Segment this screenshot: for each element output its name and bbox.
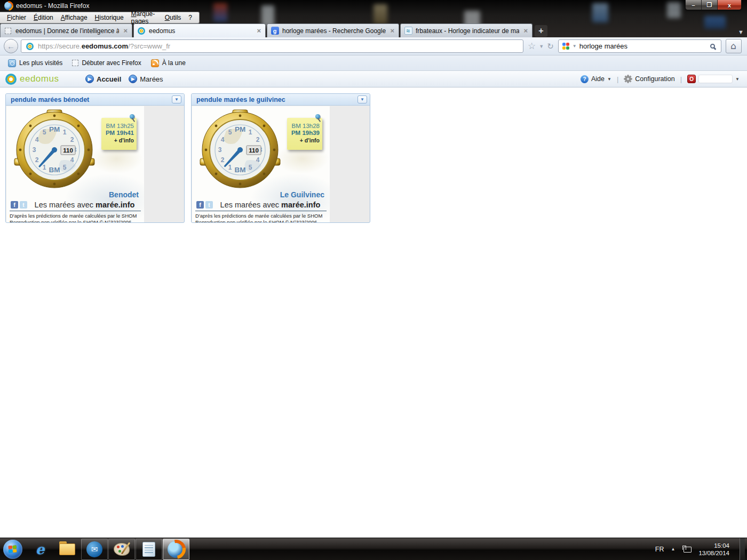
reload-icon[interactable]: ↻ [547, 42, 554, 51]
tide-coefficient: 110 [63, 147, 73, 154]
nav-accueil[interactable]: ▶ Accueil [85, 75, 121, 83]
tab-eedomus-active[interactable]: eedomus × [133, 23, 266, 37]
tray-expand-icon[interactable]: ▲ [671, 547, 676, 551]
placeholder-favicon-icon [4, 27, 12, 35]
taskbar-paint[interactable] [108, 539, 135, 560]
svg-text:1: 1 [43, 164, 46, 171]
tab-google-search[interactable]: g horloge marées - Recherche Google × [267, 23, 399, 37]
eedomus-logo[interactable]: eedomus [5, 74, 85, 85]
bookmark-getting-started[interactable]: Débuter avec Firefox [68, 58, 145, 68]
twitter-icon[interactable]: t [205, 201, 213, 209]
svg-text:5: 5 [43, 129, 46, 136]
taskbar-firefox[interactable] [163, 539, 189, 560]
tab-label: horloge marées - Recherche Google [282, 27, 386, 35]
tab-close-icon[interactable]: × [256, 27, 262, 35]
low-tide-time: BM 13h25 [101, 123, 134, 129]
back-button[interactable]: ← [4, 39, 18, 53]
configuration-button[interactable]: Configuration [624, 75, 674, 83]
menu-historique[interactable]: Historique [91, 13, 128, 22]
tide-coefficient: 110 [249, 147, 259, 154]
url-dropdown-icon[interactable]: ▼ [539, 44, 544, 49]
engine-dropdown-icon[interactable]: ▼ [573, 44, 577, 49]
twitter-icon[interactable]: t [20, 201, 27, 209]
widget-header[interactable]: pendule marées le guilvinec ▼ [192, 94, 370, 106]
bookmark-latest-headlines[interactable]: À la une [147, 58, 189, 69]
low-tide-time: BM 13h28 [287, 123, 320, 129]
place-name: Le Guilvinec [280, 190, 324, 199]
tab-close-icon[interactable]: × [522, 27, 529, 35]
home-button[interactable]: ⌂ [726, 39, 742, 53]
place-name: Benodet [109, 190, 139, 199]
widget-title: pendule marées bénodet [11, 96, 172, 103]
menu-fichier[interactable]: Fichier [3, 13, 30, 22]
google-favicon-icon: g [271, 27, 279, 35]
maree-info-caption[interactable]: Les marées avec marée.info [27, 201, 142, 209]
svg-text:2: 2 [70, 136, 74, 143]
svg-text:BM: BM [235, 166, 246, 174]
navigation-toolbar: ← https://secure.eedomus.com/?src=www_fr… [0, 37, 747, 55]
restore-button[interactable]: ❐ [702, 0, 718, 10]
tab-label: frbateaux - Horloge indicateur de ma... [416, 27, 519, 35]
tide-note-benodet[interactable]: BM 13h25 PM 19h41 + d'info [101, 118, 137, 150]
menu-edition[interactable]: Édition [30, 13, 57, 22]
more-info-link[interactable]: + d'info [101, 137, 134, 143]
help-menu[interactable]: ? Aide ▼ [581, 75, 611, 83]
menu-aide[interactable]: ? [185, 13, 196, 22]
window-titlebar[interactable]: eedomus - Mozilla Firefox – ❐ x [0, 0, 747, 12]
language-indicator[interactable]: FR [655, 546, 664, 553]
start-button[interactable] [3, 540, 22, 559]
menu-affichage[interactable]: Affichage [57, 13, 91, 22]
svg-text:1: 1 [249, 129, 252, 136]
svg-text:2: 2 [221, 156, 225, 164]
bookmarks-toolbar: Les plus visités Débuter avec Firefox À … [0, 55, 747, 71]
search-input[interactable]: horloge marées [579, 42, 708, 50]
taskbar-internet-explorer[interactable]: e [27, 539, 53, 560]
close-button[interactable]: x [718, 0, 741, 10]
chevron-down-icon: ▼ [607, 77, 611, 82]
tray-clock[interactable]: 15:04 13/08/2014 [698, 542, 733, 557]
facebook-icon[interactable]: f [11, 201, 18, 209]
tray-time: 15:04 [698, 542, 729, 549]
chevron-down-icon: ▼ [735, 77, 740, 82]
site-favicon-icon [26, 42, 34, 51]
show-desktop-button[interactable] [740, 538, 745, 560]
taskbar-explorer[interactable] [54, 539, 81, 560]
widget-title: pendule marées le guilvinec [196, 96, 357, 103]
minimize-button[interactable]: – [686, 0, 702, 10]
url-bar[interactable]: https://secure.eedomus.com/?src=www_fr [21, 39, 523, 53]
bookmark-star-icon[interactable]: ☆ [528, 41, 536, 52]
most-visited-folder-icon [8, 59, 16, 67]
maree-info-caption[interactable]: Les marées avec marée.info [213, 201, 328, 209]
facebook-icon[interactable]: f [196, 201, 204, 209]
tide-note-guilvinec[interactable]: BM 13h28 PM 19h39 + d'info [287, 118, 322, 150]
nav-marees[interactable]: ▶ Marées [129, 75, 163, 83]
url-text: https://secure.eedomus.com/?src=www_fr [38, 42, 170, 50]
menu-bar: Fichier Édition Affichage Historique Mar… [0, 12, 747, 23]
taskbar-thunderbird[interactable]: ✉ [81, 539, 108, 560]
svg-text:1: 1 [228, 164, 232, 171]
bookmark-most-visited[interactable]: Les plus visités [4, 58, 66, 69]
menu-outils[interactable]: Outils [161, 13, 185, 22]
svg-text:PM: PM [235, 125, 245, 133]
user-menu[interactable]: O ▼ [687, 75, 740, 83]
tab-close-icon[interactable]: × [389, 27, 395, 35]
google-engine-icon[interactable] [562, 43, 570, 50]
widget-dropdown-button[interactable]: ▼ [172, 95, 181, 103]
separator: | [617, 75, 618, 83]
shom-disclaimer: D'après les prédictions de marée calculé… [195, 213, 328, 223]
search-bar[interactable]: ▼ horloge marées [558, 39, 721, 53]
internet-explorer-icon: e [36, 541, 45, 557]
more-info-link[interactable]: + d'info [287, 137, 320, 143]
network-icon[interactable] [682, 546, 692, 553]
tab-close-icon[interactable]: × [122, 27, 129, 35]
taskbar-notepad[interactable] [136, 539, 162, 560]
new-tab-button[interactable]: + [535, 25, 547, 37]
widget-header[interactable]: pendule marées bénodet ▼ [6, 94, 184, 106]
search-magnifier-icon[interactable] [710, 44, 715, 49]
tab-frbateaux[interactable]: ≈ frbateaux - Horloge indicateur de ma..… [400, 23, 533, 37]
list-all-tabs-button[interactable]: ▼ [738, 29, 744, 35]
tab-eedomus-www[interactable]: eedomus | Donnez de l'intelligence à ...… [0, 23, 132, 37]
svg-text:4: 4 [70, 156, 74, 164]
logout-power-icon[interactable]: O [687, 75, 696, 83]
widget-dropdown-button[interactable]: ▼ [357, 95, 367, 103]
